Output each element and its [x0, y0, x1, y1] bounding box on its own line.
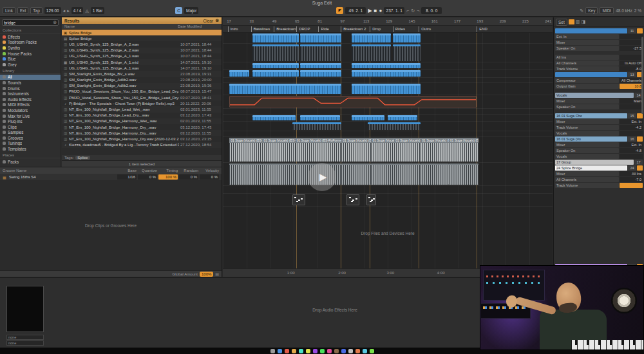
- midi-clip[interactable]: [366, 194, 376, 205]
- track-header-24-splice-bridge[interactable]: 24 Splice Bridge24: [555, 165, 643, 171]
- blue-clip[interactable]: [252, 63, 299, 68]
- blue-clip[interactable]: [393, 33, 421, 42]
- dock-icon[interactable]: [320, 349, 325, 353]
- column-name[interactable]: Name: [64, 24, 178, 28]
- wave-clip[interactable]: [368, 122, 421, 130]
- track-header-13[interactable]: 13: [555, 72, 643, 77]
- param-value[interactable]: [620, 34, 643, 39]
- scrollbar[interactable]: [641, 37, 643, 114]
- blue-clip[interactable]: [352, 33, 391, 42]
- param-value[interactable]: [620, 131, 643, 136]
- param-label[interactable]: Mixer: [555, 40, 619, 45]
- param-value[interactable]: [620, 55, 643, 60]
- param-label[interactable]: Track Volume: [555, 183, 619, 188]
- scale-root-menu[interactable]: C: [175, 7, 182, 14]
- punch-in-icon[interactable]: ⌐: [406, 8, 409, 13]
- vocal-clip[interactable]: 01 Suga (Vocals) (BS-RoFormer): [341, 138, 371, 162]
- file-row[interactable]: ◫NT_Em_100_Nightfall_Bridge_Harmony_Wet_…: [62, 118, 222, 124]
- locator-rides[interactable]: Rides: [393, 26, 405, 32]
- param-label[interactable]: Compressor: [555, 78, 619, 83]
- groove-quantize-value[interactable]: 0 %: [138, 174, 157, 180]
- sidebar-item-packs[interactable]: Packs: [0, 159, 61, 165]
- dock-icon[interactable]: [370, 349, 374, 353]
- vocalwave-clip[interactable]: [421, 163, 449, 185]
- dock-icon[interactable]: [278, 349, 282, 353]
- stop-button[interactable]: ■: [374, 7, 377, 14]
- blue-clip[interactable]: [352, 63, 421, 68]
- groove-col-base[interactable]: Base: [117, 169, 137, 172]
- blue-clip[interactable]: [300, 115, 339, 120]
- arm-button[interactable]: [637, 136, 643, 142]
- dock-icon[interactable]: [285, 349, 289, 353]
- blue-clip[interactable]: [352, 70, 421, 77]
- sidebar-item-effects[interactable]: Effects: [0, 34, 61, 40]
- sidebar-item-grey[interactable]: Grey: [0, 62, 61, 68]
- track-number[interactable]: 15: [628, 113, 636, 118]
- vocal-clip[interactable]: 01 Suga (Vocals) (BS-RoFormer): [421, 138, 449, 162]
- close-results-icon[interactable]: ⊗: [215, 18, 219, 23]
- blue-clip[interactable]: [300, 63, 341, 68]
- param-label[interactable]: Mixer: [555, 171, 619, 176]
- locator-outro[interactable]: Outro: [419, 26, 431, 32]
- file-row[interactable]: ♪Pj Bridger - The Specials - Ghost Town …: [62, 100, 222, 106]
- device-param-row[interactable]: MixerMain: [555, 98, 643, 104]
- track-number[interactable]: 24: [628, 165, 636, 171]
- param-value[interactable]: -8.0: [620, 66, 643, 71]
- dock-icon[interactable]: [299, 349, 303, 353]
- blue-clip[interactable]: [300, 33, 341, 42]
- device-param-row[interactable]: CompressorAll Channels: [555, 78, 643, 83]
- sidebar-item-midi-effects[interactable]: MIDI Effects: [0, 102, 61, 108]
- param-value[interactable]: -7.0: [620, 177, 643, 182]
- device-param-row[interactable]: Speaker On: [555, 104, 643, 109]
- groove-col-random[interactable]: Random: [179, 169, 198, 172]
- sidebar-item-drums[interactable]: Drums: [0, 86, 61, 91]
- param-label[interactable]: Mixer: [555, 98, 619, 104]
- wave-clip[interactable]: [352, 44, 391, 61]
- vocalwave-clip[interactable]: [341, 163, 371, 185]
- sidebar-item-synths[interactable]: Synths: [0, 45, 61, 51]
- blue-clip[interactable]: [352, 115, 384, 120]
- device-param-row[interactable]: Track Volume-4.2: [555, 125, 643, 130]
- file-row[interactable]: ♪Kiezza, deadmau5 - Bridged By a Lig...T…: [62, 142, 222, 148]
- param-value[interactable]: [620, 154, 643, 159]
- vocal-clip[interactable]: 01 Suga (Vocals) (BS-RoFormer): [296, 138, 342, 162]
- dock-icon[interactable]: [341, 349, 346, 353]
- file-row[interactable]: ◫SM_Starlight_Emin_Bridge_Adlib2.wav23.0…: [62, 83, 222, 89]
- locator-drop[interactable]: DROP: [296, 26, 310, 32]
- groove-timing-value[interactable]: 100 %: [158, 174, 178, 180]
- vocal-clip[interactable]: 01 Suga (Vocals) (BS-RoFormer): [229, 138, 262, 162]
- sidebar-item-blue[interactable]: Blue: [0, 56, 61, 62]
- locator-intro[interactable]: Intro: [228, 26, 238, 32]
- device-param-row[interactable]: All Ins: [555, 55, 643, 60]
- play-button[interactable]: ▶: [368, 7, 372, 14]
- track-header-16-01-suga-vo[interactable]: 16 01 Suga (Vo16: [555, 136, 643, 142]
- sidebar-item-plug-ins[interactable]: Plug-ins: [0, 118, 61, 124]
- groove-pool-icon[interactable]: ▤: [215, 272, 219, 276]
- device-param-row[interactable]: MixerExt. In: [555, 142, 643, 147]
- sidebar-item-all[interactable]: All: [0, 75, 61, 80]
- track-header-11[interactable]: 11: [555, 28, 643, 33]
- locator-end[interactable]: END: [477, 26, 488, 32]
- param-value[interactable]: Main: [620, 98, 643, 104]
- file-row[interactable]: ◫UG_USHG_Synth_125_Bridge_A_2.wav10.07.2…: [62, 41, 222, 47]
- param-value[interactable]: [620, 40, 643, 45]
- file-row[interactable]: ◫NT_Em_100_Nightfall_Bridge_Lead_Wet_.wa…: [62, 106, 222, 112]
- tag-splice[interactable]: Splice: [75, 156, 90, 160]
- sidebar-item-modulators[interactable]: Modulators: [0, 107, 61, 113]
- tempo-field[interactable]: 129.00: [44, 7, 61, 14]
- search-input[interactable]: [4, 21, 53, 25]
- nudge-down-icon[interactable]: ◂: [63, 8, 66, 14]
- file-row[interactable]: ◫PMJO_Vocal_Sessions_Show_You_150_Em_Bri…: [62, 89, 222, 95]
- video-play-button[interactable]: ▶: [308, 163, 336, 191]
- blue-clip[interactable]: [252, 70, 299, 77]
- param-value[interactable]: [620, 104, 643, 109]
- param-value[interactable]: 10.8: [620, 84, 643, 89]
- locator-breakdown[interactable]: Breakdown: [274, 26, 296, 32]
- device-param-row[interactable]: All ChannelsIn Auto Off: [555, 61, 643, 66]
- sidebar-item-toolroom-packs[interactable]: Toolroom Packs: [0, 40, 61, 46]
- track-number[interactable]: 11: [628, 28, 636, 33]
- device-param-row[interactable]: Mixer: [555, 40, 643, 45]
- param-value[interactable]: -4.8: [620, 148, 643, 153]
- param-value[interactable]: -27.5: [620, 46, 643, 51]
- global-amount-value[interactable]: 100%: [200, 272, 213, 277]
